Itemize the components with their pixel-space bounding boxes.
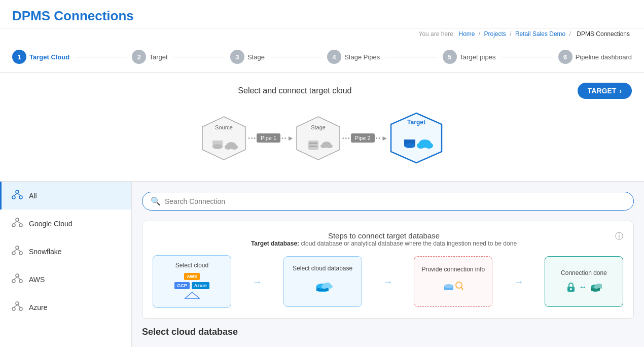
step-6[interactable]: 6 Pipeline dashboard [558, 50, 632, 64]
pipe2-label: Pipe 2 [351, 133, 375, 143]
svg-line-38 [17, 249, 21, 252]
steps-subtitle-desc: cloud database or analytical database wh… [301, 240, 517, 247]
snowflake-icon [12, 245, 23, 258]
step-6-label: Pipeline dashboard [576, 53, 632, 61]
google-cloud-icon [12, 217, 23, 230]
stage-node: Stage [294, 114, 342, 162]
svg-point-23 [425, 143, 433, 149]
svg-marker-8 [297, 117, 340, 160]
source-hex-shape: Source [200, 114, 248, 162]
svg-line-43 [17, 277, 21, 280]
steps-card: Steps to connect target database Target … [142, 221, 634, 319]
breadcrumb-sep3: / [569, 30, 573, 38]
sidebar-item-google-cloud[interactable]: Google Cloud [0, 210, 131, 237]
db-select-icon [312, 276, 333, 298]
svg-point-44 [16, 302, 19, 305]
aws-badge: AWS [184, 273, 200, 280]
step-1-label: Target Cloud [29, 53, 69, 61]
target-button[interactable]: TARGET › [578, 83, 632, 99]
svg-point-14 [320, 144, 327, 148]
step-2[interactable]: 2 Target [132, 50, 167, 64]
svg-point-35 [12, 252, 15, 255]
aws-icon [12, 272, 23, 286]
stage-hex-shape: Stage [294, 114, 342, 162]
svg-text:Target: Target [407, 119, 425, 126]
source-node: Source [200, 114, 248, 162]
help-icon[interactable]: ⓘ [615, 231, 623, 242]
pipeline-title: Select and connect target cloud [238, 86, 351, 95]
svg-point-22 [417, 143, 425, 149]
step-connector-3-4 [270, 57, 322, 57]
gcp-badge: GCP [174, 282, 190, 289]
step-box-select-cloud: Select cloud AWS GCP Azure [153, 255, 231, 308]
search-input[interactable] [165, 197, 625, 205]
azure-badge: Azure [192, 282, 209, 289]
step-connection-info-label: Provide connection info [421, 266, 485, 273]
sidebar-item-aws[interactable]: AWS [0, 265, 131, 293]
content-panel: 🔍 Steps to connect target database Targe… [132, 182, 644, 347]
steps-flow: Select cloud AWS GCP Azure [153, 255, 623, 308]
triangle-icon [184, 291, 200, 299]
step-arrow-1-2: → [252, 276, 262, 288]
target-node: Target [388, 110, 444, 166]
breadcrumb: You are here: Home / Projects / Retail S… [0, 28, 644, 42]
svg-line-27 [14, 193, 17, 196]
step-4-label: Stage Pipes [344, 53, 380, 61]
svg-point-24 [16, 190, 19, 193]
step-5[interactable]: 5 Target pipes [443, 50, 496, 64]
svg-marker-49 [185, 292, 199, 298]
sidebar-label-google-cloud: Google Cloud [29, 220, 73, 228]
breadcrumb-you-are-here: You are here: [419, 30, 455, 38]
step-4[interactable]: 4 Stage Pipes [327, 50, 380, 64]
sidebar-label-all: All [29, 192, 37, 200]
step-2-circle: 2 [132, 50, 146, 64]
search-bar: 🔍 [142, 192, 634, 211]
step-connector-2-3 [173, 57, 225, 57]
svg-point-20 [404, 143, 415, 148]
step-4-circle: 4 [327, 50, 341, 64]
main-content: All Google Cloud [0, 182, 644, 347]
step-select-cloud-label: Select cloud [175, 262, 208, 269]
pipeline-flow: Source • • • Pipe 1 • • ► [188, 105, 456, 176]
step-connector-4-5 [385, 57, 437, 57]
target-button-label: TARGET [588, 87, 617, 95]
svg-text:Source: Source [215, 124, 233, 130]
sidebar: All Google Cloud [0, 182, 132, 347]
connection-info-icon [443, 277, 464, 297]
svg-line-37 [14, 249, 17, 252]
step-connector-5-6 [500, 57, 553, 57]
svg-rect-10 [308, 141, 318, 150]
sidebar-item-all[interactable]: All [0, 182, 131, 210]
svg-point-36 [19, 252, 22, 255]
stepper: 1 Target Cloud 2 Target 3 Stage 4 Stage … [0, 42, 644, 73]
sidebar-item-azure[interactable]: Azure [0, 293, 131, 321]
svg-point-39 [16, 274, 19, 277]
svg-text:Stage: Stage [311, 124, 326, 130]
step-select-db-label: Select cloud database [293, 265, 352, 272]
breadcrumb-projects[interactable]: Projects [484, 30, 506, 38]
svg-point-7 [231, 145, 238, 150]
svg-rect-11 [309, 143, 317, 144]
breadcrumb-home[interactable]: Home [458, 30, 475, 38]
breadcrumb-retail[interactable]: Retail Sales Demo [515, 30, 565, 38]
step-3-label: Stage [247, 53, 265, 61]
svg-point-41 [19, 280, 22, 283]
step-arrow-2-3: → [383, 276, 393, 288]
svg-rect-12 [309, 146, 317, 147]
svg-point-29 [16, 218, 19, 221]
step-1[interactable]: 1 Target Cloud [12, 50, 69, 64]
step-3-circle: 3 [230, 50, 244, 64]
svg-marker-0 [202, 117, 245, 160]
connection-done-icon: ↔ [565, 281, 602, 294]
step-3[interactable]: 3 Stage [230, 50, 265, 64]
pipe1-label: Pipe 1 [257, 133, 280, 143]
step-connector-1-2 [75, 57, 127, 57]
sidebar-item-snowflake[interactable]: Snowflake [0, 237, 131, 265]
step-box-done: Connection done ↔ [545, 256, 623, 307]
step-box-select-db: Select cloud database [283, 256, 362, 307]
svg-line-33 [17, 221, 21, 224]
svg-point-15 [327, 144, 333, 148]
svg-line-61 [462, 289, 463, 290]
svg-point-55 [327, 285, 333, 289]
svg-line-32 [14, 221, 17, 224]
